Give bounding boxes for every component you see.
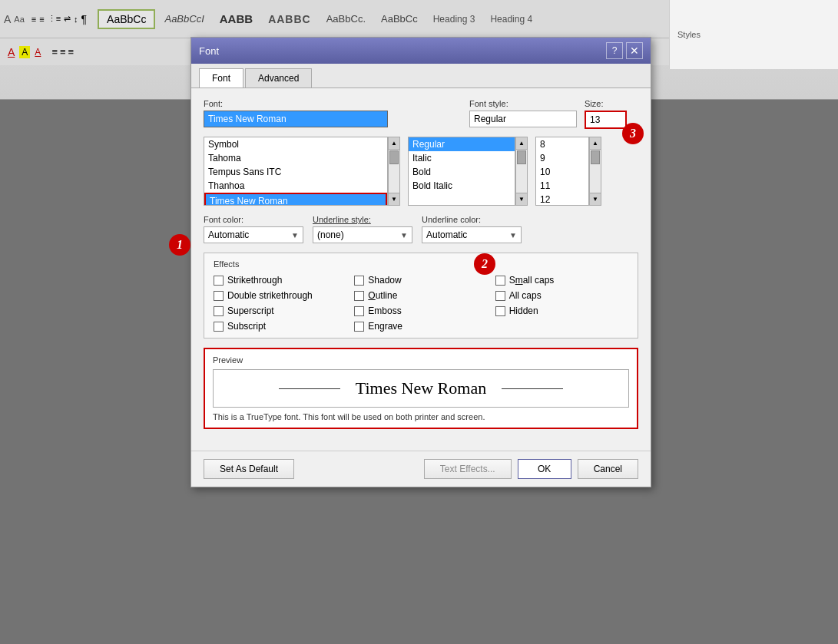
dialog-close-button[interactable]: ✕ (626, 42, 643, 59)
scroll-thumb (389, 150, 399, 164)
font-list-item-thanhoa[interactable]: Thanhoa (204, 179, 387, 193)
preview-line-right (502, 388, 563, 389)
size-list-item-9[interactable]: 9 (536, 151, 588, 165)
style-list[interactable]: Regular Italic Bold Bold Italic (408, 137, 515, 206)
strikethrough-checkbox[interactable] (214, 276, 224, 286)
hidden-checkbox[interactable] (495, 306, 505, 316)
effects-section: Effects Strikethrough Shadow Small caps (204, 253, 638, 339)
size-scroll-thumb (591, 150, 600, 164)
styles-label: Styles (677, 30, 701, 39)
preview-box: Times New Roman (213, 369, 629, 408)
emboss-checkbox[interactable] (354, 306, 364, 316)
style-list-scrollbar[interactable]: ▲ ▼ (515, 137, 528, 206)
size-list-container: 8 9 10 11 12 ▲ ▼ (535, 137, 601, 206)
preview-section: Preview Times New Roman This is a TrueTy… (204, 348, 638, 429)
font-size-input[interactable] (585, 111, 627, 129)
font-list[interactable]: Symbol Tahoma Tempus Sans ITC Thanhoa Ti… (204, 137, 388, 206)
size-list[interactable]: 8 9 10 11 12 (535, 137, 589, 206)
underline-style-arrow: ▼ (400, 231, 408, 239)
subscript-label: Subscript (227, 321, 266, 332)
double-strikethrough-label: Double strikethrough (227, 290, 313, 301)
font-label: Font: (204, 99, 462, 108)
underline-color-dropdown[interactable]: Automatic ▼ (422, 226, 522, 243)
effect-strikethrough: Strikethrough (214, 275, 346, 286)
ok-button[interactable]: OK (518, 459, 571, 479)
font-color-dropdown[interactable]: Automatic ▼ (204, 226, 303, 243)
effects-title: Effects (214, 259, 628, 269)
effect-superscript: Superscript (214, 305, 346, 316)
style-list-item-bold[interactable]: Bold (409, 165, 515, 179)
underline-style-dropdown[interactable]: (none) ▼ (313, 226, 412, 243)
style-list-container: Regular Italic Bold Bold Italic ▲ ▼ (408, 137, 528, 206)
underline-color-value: Automatic (426, 230, 467, 240)
font-list-scrollbar[interactable]: ▲ ▼ (388, 137, 400, 206)
size-list-item-8[interactable]: 8 (536, 137, 588, 151)
font-style-label: Font style: (469, 99, 577, 108)
effect-subscript: Subscript (214, 321, 346, 332)
underline-style-value: (none) (317, 230, 344, 240)
tab-advanced[interactable]: Advanced (245, 68, 312, 88)
style-scroll-thumb (517, 150, 526, 164)
underline-color-label: Underline color: (422, 215, 522, 224)
subscript-checkbox[interactable] (214, 322, 224, 332)
scroll-up-arrow[interactable]: ▲ (389, 137, 399, 150)
dialog-tabs: Font Advanced (191, 64, 651, 88)
style-list-item-bold-italic[interactable]: Bold Italic (409, 179, 515, 193)
font-name-group: Font: (204, 99, 462, 129)
font-list-item-symbol[interactable]: Symbol (204, 137, 387, 151)
small-caps-label: Small caps (509, 275, 555, 286)
font-list-item-times[interactable]: Times New Roman (204, 193, 387, 206)
size-list-item-12[interactable]: 12 (536, 193, 588, 206)
cancel-button[interactable]: Cancel (578, 459, 638, 479)
size-scroll-up[interactable]: ▲ (590, 137, 601, 150)
effect-outline: Outline (354, 290, 487, 301)
font-dialog: Font ? ✕ Font Advanced Font: Font style (190, 37, 651, 487)
all-caps-checkbox[interactable] (495, 291, 505, 301)
annotation-marker-1: 1 (169, 234, 190, 256)
effect-hidden: Hidden (495, 305, 628, 316)
size-scroll-down[interactable]: ▼ (590, 193, 601, 205)
style-scroll-up[interactable]: ▲ (516, 137, 527, 150)
font-name-input[interactable] (204, 111, 388, 127)
shadow-label: Shadow (368, 275, 401, 286)
size-list-item-10[interactable]: 10 (536, 165, 588, 179)
size-list-item-11[interactable]: 11 (536, 179, 588, 193)
font-style-input[interactable] (469, 111, 577, 127)
size-list-scrollbar[interactable]: ▲ ▼ (589, 137, 601, 206)
dialog-body: Font: Font style: Size: Symbol (191, 88, 651, 451)
superscript-checkbox[interactable] (214, 306, 224, 316)
underline-style-label: Underline style: (313, 215, 412, 224)
effect-shadow: Shadow (354, 275, 487, 286)
font-size-label: Size: (585, 99, 638, 108)
style-list-item-italic[interactable]: Italic (409, 151, 515, 165)
effects-grid: Strikethrough Shadow Small caps Double s… (214, 275, 628, 332)
engrave-label: Engrave (368, 321, 402, 332)
preview-lines: Times New Roman (221, 378, 621, 398)
scroll-down-arrow[interactable]: ▼ (389, 193, 399, 205)
dialog-buttons: Set As Default Text Effects... OK Cancel (191, 451, 651, 487)
font-list-item-tempus[interactable]: Tempus Sans ITC (204, 165, 387, 179)
tab-font[interactable]: Font (199, 68, 243, 88)
annotation-marker-3: 3 (622, 123, 644, 144)
set-as-default-button[interactable]: Set As Default (204, 459, 294, 479)
dialog-help-button[interactable]: ? (606, 42, 623, 59)
double-strikethrough-checkbox[interactable] (214, 291, 224, 301)
outline-checkbox[interactable] (354, 291, 364, 301)
font-fields-row: Font: Font style: Size: (204, 99, 638, 129)
small-caps-checkbox[interactable] (495, 276, 505, 286)
styles-panel: Styles (669, 0, 838, 69)
style-list-item-regular[interactable]: Regular (409, 137, 515, 151)
outline-label: Outline (368, 290, 397, 301)
dialog-overlay: Font ? ✕ Font Advanced Font: Font style (0, 0, 838, 644)
hidden-label: Hidden (509, 305, 538, 316)
style-scroll-down[interactable]: ▼ (516, 193, 527, 205)
font-color-arrow: ▼ (291, 231, 299, 239)
tab-advanced-label: Advanced (258, 73, 299, 84)
font-list-item-tahoma[interactable]: Tahoma (204, 151, 387, 165)
dialog-titlebar: Font ? ✕ (191, 38, 651, 64)
shadow-checkbox[interactable] (354, 276, 364, 286)
dialog-title: Font (199, 45, 606, 57)
engrave-checkbox[interactable] (354, 322, 364, 332)
text-effects-button[interactable]: Text Effects... (424, 459, 512, 479)
annotation-marker-2: 2 (474, 253, 495, 275)
